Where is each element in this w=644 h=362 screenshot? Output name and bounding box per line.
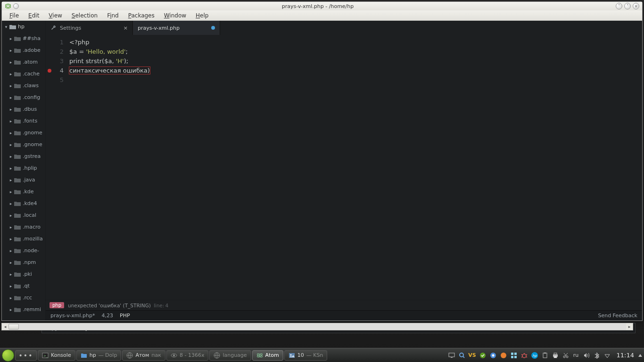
status-file[interactable]: prays-v-xml.php*: [50, 313, 95, 319]
sticky-button[interactable]: [13, 3, 19, 9]
tree-folder[interactable]: ▸.pki: [2, 268, 45, 280]
svg-rect-22: [514, 353, 517, 355]
menu-view[interactable]: View: [44, 11, 66, 20]
clipboard-icon[interactable]: [541, 352, 549, 359]
line-number[interactable]: 2: [46, 47, 64, 57]
tree-folder[interactable]: ▸.gstrea: [2, 150, 45, 162]
tab-file[interactable]: prays-v-xml.php: [133, 21, 220, 35]
clock[interactable]: 11:14: [617, 352, 634, 359]
tree-folder[interactable]: ▸.hplip: [2, 162, 45, 174]
quick-launch[interactable]: •••: [15, 350, 37, 361]
code-line[interactable]: [69, 75, 642, 85]
keyboard-layout[interactable]: ru: [572, 352, 580, 359]
folder-icon: [14, 177, 21, 183]
bug-icon[interactable]: [520, 352, 528, 359]
scroll-right-icon[interactable]: ▸: [626, 323, 633, 330]
code-content[interactable]: <?php$a = 'Hello, world';print strstr($a…: [67, 35, 642, 300]
horizontal-scrollbar[interactable]: ◂ ▸: [1, 323, 633, 330]
line-number[interactable]: 1: [46, 38, 64, 47]
titlebar[interactable]: prays-v-xml.php - /home/hp ˅ ˄ ×: [2, 2, 642, 10]
tree-folder[interactable]: ▸.qt: [2, 280, 45, 292]
tree-folder[interactable]: ▸.kde4: [2, 197, 45, 209]
scroll-thumb[interactable]: [8, 324, 19, 329]
menu-edit[interactable]: Edit: [24, 11, 44, 20]
code-line[interactable]: <?php: [69, 38, 642, 47]
linter-panel[interactable]: php unexpected 'ошибка' (T_STRING) line:…: [46, 300, 642, 310]
desktop-icon[interactable]: [448, 352, 455, 359]
line-number[interactable]: 5: [46, 75, 64, 85]
status-language[interactable]: PHP: [120, 313, 130, 319]
menu-window[interactable]: Window: [159, 11, 191, 20]
text-editor[interactable]: 12345 <?php$a = 'Hello, world';print str…: [46, 35, 642, 300]
tree-folder[interactable]: ▸.gnome: [2, 139, 45, 150]
taskbar-task[interactable]: >_Konsole: [38, 350, 75, 361]
folder-icon: [14, 118, 21, 124]
tree-folder[interactable]: ▸.mozilla: [2, 233, 45, 245]
taskbar-task[interactable]: 10 — KSn: [284, 350, 328, 361]
tree-folder[interactable]: ▸.cache: [2, 68, 45, 80]
tree-folder[interactable]: ▸.local: [2, 209, 45, 221]
taskbar-task[interactable]: 8 - 1366x: [166, 350, 208, 361]
scroll-left-icon[interactable]: ◂: [2, 323, 8, 330]
windows-icon[interactable]: [510, 352, 518, 359]
tree-folder[interactable]: ▸.macro: [2, 221, 45, 233]
tree-folder[interactable]: ▸.npm: [2, 256, 45, 268]
menu-help[interactable]: Help: [191, 11, 213, 20]
update-icon[interactable]: [479, 352, 487, 359]
chevron-right-icon: ▸: [8, 95, 13, 100]
tree-root[interactable]: ▾ hp: [2, 21, 45, 33]
network-icon[interactable]: [603, 352, 611, 359]
tree-folder[interactable]: ▸##sha: [2, 33, 45, 44]
tab-settings[interactable]: Settings ×: [46, 21, 133, 35]
maximize-button[interactable]: ˄: [624, 3, 631, 9]
hp-icon[interactable]: hp: [531, 352, 538, 359]
tree-folder[interactable]: ▸.java: [2, 174, 45, 186]
minimize-button[interactable]: ˅: [616, 3, 622, 9]
line-number[interactable]: 3: [46, 57, 64, 66]
taskbar-task[interactable]: hp — Dolp: [76, 350, 122, 361]
menu-find[interactable]: Find: [102, 11, 124, 20]
chrome-icon[interactable]: [489, 352, 497, 359]
tree-view[interactable]: ▾ hp ▸##sha▸.adobe▸.atom▸.cache▸.claws▸.…: [2, 21, 46, 321]
taskbar-task[interactable]: language: [209, 350, 251, 361]
code-line[interactable]: print strstr($a, 'H');: [69, 57, 642, 66]
send-feedback-link[interactable]: Send Feedback: [598, 313, 637, 319]
volume-icon[interactable]: [583, 352, 590, 359]
start-button[interactable]: [2, 349, 14, 362]
code-line[interactable]: $a = 'Hello, world';: [69, 47, 642, 57]
printer-icon[interactable]: [552, 352, 559, 359]
tree-item-label: .npm: [23, 259, 36, 265]
tree-item-label: .node-: [23, 247, 39, 254]
code-line[interactable]: синтаксическая ошибка): [69, 66, 642, 75]
svg-rect-31: [554, 353, 557, 354]
vs-icon[interactable]: VS: [469, 352, 476, 359]
scroll-track[interactable]: [8, 323, 626, 330]
menu-selection[interactable]: Selection: [67, 11, 102, 20]
tree-folder[interactable]: ▸.adobe: [2, 44, 45, 56]
bluetooth-icon[interactable]: [593, 352, 601, 359]
search-icon[interactable]: [458, 352, 466, 359]
tree-folder[interactable]: ▸.config: [2, 91, 45, 103]
menu-file[interactable]: File: [5, 11, 24, 20]
tab-close-icon[interactable]: ×: [124, 25, 128, 31]
cut-icon[interactable]: [562, 352, 570, 359]
tree-folder[interactable]: ▸.kde: [2, 186, 45, 197]
status-cursor[interactable]: 4,23: [102, 313, 114, 319]
tree-folder[interactable]: ▸.gnome: [2, 127, 45, 139]
tree-folder[interactable]: ▸.claws: [2, 80, 45, 91]
tree-folder[interactable]: ▸.atom: [2, 56, 45, 68]
chevron-right-icon: ▸: [8, 166, 13, 171]
close-button[interactable]: ×: [633, 3, 639, 9]
menu-packages[interactable]: Packages: [124, 11, 159, 20]
tree-folder[interactable]: ▸.node-: [2, 245, 45, 256]
tree-folder[interactable]: ▸.rcc: [2, 292, 45, 304]
firefox-icon[interactable]: [500, 352, 507, 359]
expand-tray-icon[interactable]: [638, 354, 642, 357]
taskbar-task[interactable]: Атом пак: [122, 350, 165, 361]
tree-folder[interactable]: ▸.remmi: [2, 304, 45, 315]
chevron-right-icon: ▸: [8, 119, 13, 123]
taskbar-task[interactable]: Atom: [252, 350, 283, 361]
tree-folder[interactable]: ▸.dbus: [2, 103, 45, 115]
tree-folder[interactable]: ▸.fonts: [2, 115, 45, 127]
line-number[interactable]: 4: [46, 66, 64, 75]
